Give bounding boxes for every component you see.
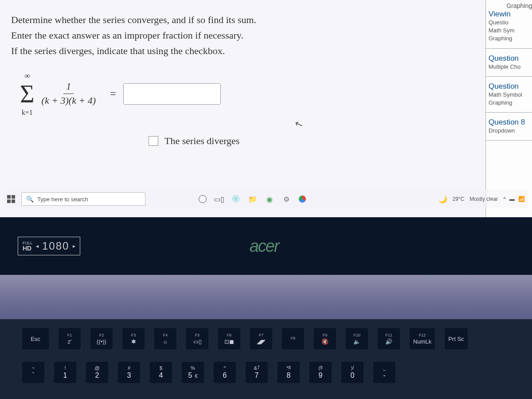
side-sub: Math Sym xyxy=(489,27,529,35)
taskview-icon[interactable]: ▭▯ xyxy=(215,195,223,203)
edge-icon[interactable]: ⓔ xyxy=(231,195,240,203)
diverge-row: The series diverges xyxy=(149,134,477,148)
side-sub: Math Symbol xyxy=(489,91,529,99)
weather-temp: 29°C xyxy=(453,196,465,202)
search-input[interactable]: 🔍 Type here to search xyxy=(21,192,145,206)
side-section-question-mc[interactable]: Question Multiple Cho xyxy=(486,49,532,77)
key-f3[interactable]: F3✱ xyxy=(122,328,145,349)
start-icon[interactable] xyxy=(7,195,15,203)
settings-icon[interactable]: ⚙ xyxy=(282,195,291,203)
key-f6[interactable]: F6⊡◼ xyxy=(218,328,240,349)
numerator: 1 xyxy=(63,80,74,94)
key-4[interactable]: $4 xyxy=(150,362,172,383)
side-title: Question xyxy=(489,54,529,63)
diverge-checkbox[interactable] xyxy=(149,136,158,146)
side-panel: Viewin Questio Math Sym Graphing Questio… xyxy=(485,0,532,217)
side-sub: Dropdown xyxy=(489,127,529,135)
side-title: Question 8 xyxy=(489,118,529,127)
sigma-symbol: Σ ∞ k=1 xyxy=(20,82,35,106)
spotify-icon[interactable]: ◉ xyxy=(265,195,274,203)
graphing-top-label: Graphing xyxy=(506,2,532,11)
key-f8[interactable]: F8 xyxy=(282,328,304,349)
explorer-icon[interactable]: 📁 xyxy=(248,195,257,203)
sigma-lower: k=1 xyxy=(22,109,33,116)
key-f5[interactable]: F5▭▯ xyxy=(186,328,208,349)
side-sub: Graphing xyxy=(489,99,529,107)
badge-hd: HD xyxy=(23,245,32,251)
search-placeholder-text: Type here to search xyxy=(37,196,88,203)
fraction: 1 (k + 3)(k + 4) xyxy=(39,80,99,108)
key-esc[interactable]: Esc xyxy=(22,328,49,349)
side-sub: Questio xyxy=(489,19,529,27)
key-0[interactable]: )/0 xyxy=(341,362,364,383)
taskbar-icons: ▭▯ ⓔ 📁 ◉ ⚙ xyxy=(199,195,306,203)
cortana-icon[interactable] xyxy=(199,195,207,203)
search-icon: 🔍 xyxy=(26,196,34,203)
tray-network-icon[interactable]: 📶 xyxy=(518,196,525,202)
tray-icons[interactable]: ^ ▬ 📶 xyxy=(503,196,525,202)
sigma-upper: ∞ xyxy=(24,72,30,80)
key-f9[interactable]: F9🔇 xyxy=(314,328,336,349)
key-6[interactable]: ^6 xyxy=(214,362,236,383)
key-prt sc[interactable]: Prt Sc xyxy=(445,328,467,349)
badge-resolution: 1080 xyxy=(42,240,69,252)
weather-text: Mostly clear xyxy=(469,196,498,202)
equation-row: Σ ∞ k=1 1 (k + 3)(k + 4) = xyxy=(11,80,477,108)
side-sub: Multiple Cho xyxy=(489,63,529,71)
taskbar: 🔍 Type here to search ▭▯ ⓔ 📁 ◉ ⚙ 🌙 29°C … xyxy=(4,190,528,208)
question-line-1: Determine whether the series converges, … xyxy=(11,13,477,27)
key-f10[interactable]: F10🔈 xyxy=(346,328,368,349)
side-title: Viewin xyxy=(489,10,529,19)
key-f1[interactable]: F1z' xyxy=(59,328,81,349)
key-5[interactable]: %5€ xyxy=(182,362,204,383)
side-sub: Graphing xyxy=(489,35,529,43)
key-8[interactable]: *88 xyxy=(278,362,300,383)
key-f4[interactable]: F4☼ xyxy=(154,328,176,349)
side-title: Question xyxy=(489,82,529,91)
taskbar-right: 🌙 29°C Mostly clear ^ ▬ 📶 xyxy=(438,195,525,203)
sigma-block: Σ ∞ k=1 1 (k + 3)(k + 4) xyxy=(20,80,103,108)
cursor-icon: ↖ xyxy=(293,117,305,132)
equals-sign: = xyxy=(110,86,116,102)
key-2[interactable]: @2 xyxy=(86,362,108,383)
key--[interactable]: _- xyxy=(373,362,395,383)
function-key-row: EscF1z'F2((•))F3✱F4☼F5▭▯F6⊡◼F7◢◤F8F9🔇F10… xyxy=(22,328,519,349)
key-`[interactable]: ~` xyxy=(22,362,44,383)
side-section-viewing[interactable]: Viewin Questio Math Sym Graphing xyxy=(486,4,532,49)
tray-battery-icon[interactable]: ▬ xyxy=(509,196,515,202)
key-9[interactable]: (99 xyxy=(309,362,332,383)
question-line-3: If the series diverges, indicate that us… xyxy=(11,44,477,58)
keyboard: EscF1z'F2((•))F3✱F4☼F5▭▯F6⊡◼F7◢◤F8F9🔇F10… xyxy=(0,319,532,399)
tray-chevron-icon[interactable]: ^ xyxy=(503,196,506,202)
screen-area: Graphing Determine whether the series co… xyxy=(0,0,532,217)
key-f12[interactable]: F12NumLk xyxy=(410,328,435,349)
key-7[interactable]: &77 xyxy=(246,362,268,383)
chrome-icon[interactable] xyxy=(299,196,306,203)
question-line-2: Enter the exact answer as an improper fr… xyxy=(11,29,477,43)
diverge-label: The series diverges xyxy=(164,134,239,148)
question-text: Determine whether the series converges, … xyxy=(11,13,477,58)
fullhd-badge: FULL HD ◂ 1080 ▸ xyxy=(18,237,80,255)
key-f7[interactable]: F7◢◤ xyxy=(250,328,272,349)
key-3[interactable]: #3 xyxy=(118,362,140,383)
laptop-bezel: FULL HD ◂ 1080 ▸ acer xyxy=(0,217,532,275)
side-section-question-8[interactable]: Question 8 Dropdown xyxy=(486,113,532,141)
acer-logo: acer xyxy=(250,237,279,256)
answer-input[interactable] xyxy=(123,83,221,105)
key-f11[interactable]: F11🔊 xyxy=(378,328,400,349)
key-f2[interactable]: F2((•)) xyxy=(90,328,113,349)
denominator: (k + 3)(k + 4) xyxy=(39,94,99,108)
question-panel: Graphing Determine whether the series co… xyxy=(0,0,485,217)
number-key-row: ~`!1@2#3$4%5€^6&77*88(99)/0_- xyxy=(22,362,519,383)
key-1[interactable]: !1 xyxy=(54,362,76,383)
side-section-question-math[interactable]: Question Math Symbol Graphing xyxy=(486,77,532,113)
weather-icon: 🌙 xyxy=(438,195,447,203)
